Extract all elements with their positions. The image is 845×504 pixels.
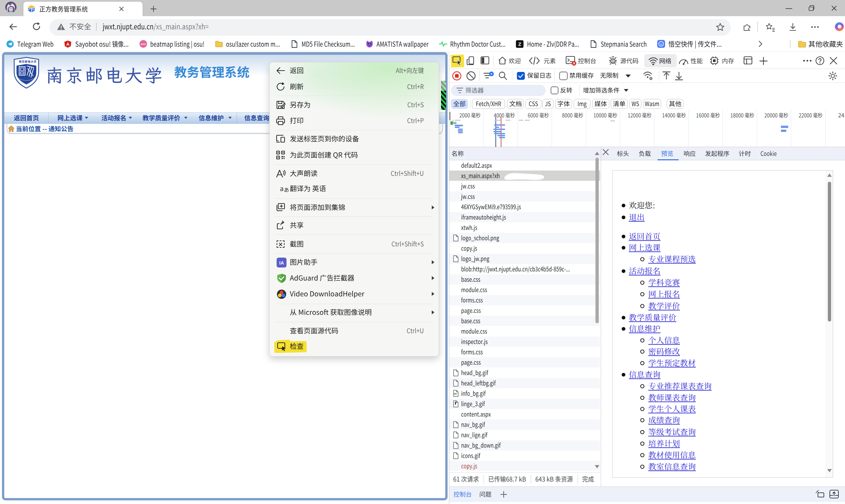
svg-text:IA: IA <box>279 260 284 266</box>
svg-text:osu!: osu! <box>141 42 146 46</box>
svg-text:Z: Z <box>518 41 521 47</box>
